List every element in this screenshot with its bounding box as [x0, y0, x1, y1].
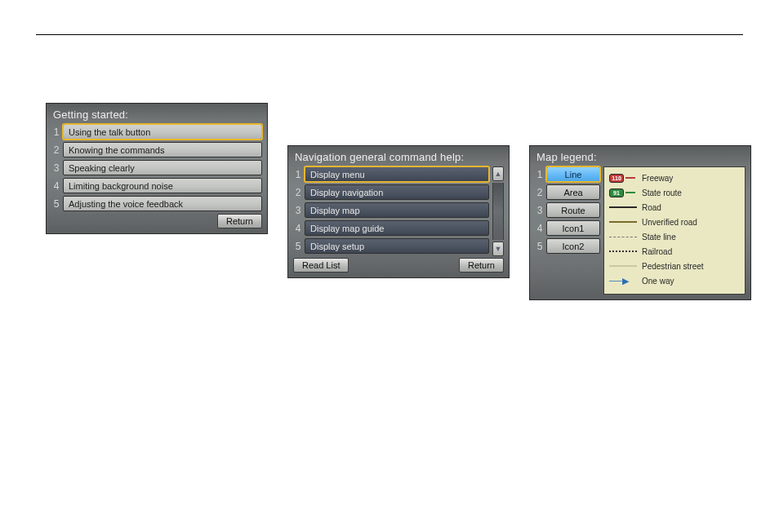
return-button[interactable]: Return: [459, 258, 504, 273]
panel-title: Getting started:: [51, 108, 262, 124]
item-label: Line: [546, 166, 600, 182]
legend-entry-stateroute: 91 State route: [609, 185, 740, 200]
top-rule: [36, 34, 743, 35]
item-label: Display setup: [305, 238, 489, 254]
item-number: 5: [51, 196, 63, 211]
legend-key: 110 Freeway 91 State route Road Unverifi…: [603, 166, 746, 295]
return-button[interactable]: Return: [217, 214, 262, 228]
list-item[interactable]: 5 Adjusting the voice feedback: [51, 196, 262, 211]
list-item[interactable]: 2 Knowing the commands: [51, 142, 262, 157]
column-3: Map legend: 1 Line 2 Area 3 Route: [519, 51, 761, 483]
legend-entry-stateline: State line: [609, 229, 740, 244]
item-number: 4: [51, 178, 63, 193]
item-number: 2: [51, 142, 63, 157]
item-label: Area: [546, 184, 600, 200]
legend-entry-unverified: Unverified road: [609, 215, 740, 229]
list-item[interactable]: 4 Display map guide: [293, 220, 489, 236]
legend-category[interactable]: 5 Icon2: [535, 238, 600, 254]
legend-label: Road: [642, 203, 661, 212]
item-number: 2: [293, 184, 305, 200]
list-item[interactable]: 2 Display navigation: [293, 184, 489, 200]
item-number: 3: [535, 202, 546, 218]
item-label: Speaking clearly: [63, 160, 262, 175]
item-label: Display navigation: [305, 184, 489, 200]
panel-title: Navigation general command help:: [293, 150, 504, 166]
item-label: Icon1: [546, 220, 600, 236]
legend-category[interactable]: 4 Icon1: [535, 220, 600, 236]
item-number: 1: [293, 166, 305, 182]
legend-label: State line: [642, 233, 676, 242]
legend-label: State route: [642, 188, 682, 197]
item-label: Icon2: [546, 238, 600, 254]
legend-label: Pedestrian street: [642, 262, 704, 271]
getting-started-panel: Getting started: 1 Using the talk button…: [46, 103, 268, 234]
map-legend-panel: Map legend: 1 Line 2 Area 3 Route: [529, 145, 751, 300]
legend-label: Freeway: [642, 174, 673, 183]
legend-category[interactable]: 3 Route: [535, 202, 600, 218]
item-label: Using the talk button: [63, 124, 262, 140]
item-number: 1: [535, 166, 546, 182]
list-item[interactable]: 1 Using the talk button: [51, 124, 262, 140]
item-number: 3: [293, 202, 305, 218]
scroll-up-button[interactable]: ▲: [492, 166, 504, 181]
item-label: Adjusting the voice feedback: [63, 196, 262, 211]
item-label: Knowing the commands: [63, 142, 262, 157]
nav-command-help-panel: Navigation general command help: 1 Displ…: [287, 145, 510, 278]
panel-title: Map legend:: [535, 150, 746, 166]
item-number: 4: [535, 220, 546, 236]
item-label: Display menu: [305, 166, 489, 182]
list-item[interactable]: 3 Display map: [293, 202, 489, 218]
item-number: 3: [51, 160, 63, 175]
list-item[interactable]: 1 Display menu: [293, 166, 489, 182]
item-label: Display map guide: [305, 220, 489, 236]
legend-label: Unverified road: [642, 218, 697, 227]
legend-entry-road: Road: [609, 200, 740, 215]
column-1: Getting started: 1 Using the talk button…: [36, 51, 278, 483]
freeway-shield-icon: 110: [609, 174, 624, 183]
column-2: Navigation general command help: 1 Displ…: [278, 51, 519, 483]
legend-category[interactable]: 1 Line: [535, 166, 600, 182]
scrollbar: ▲ ▼: [492, 166, 504, 256]
legend-label: Railroad: [642, 247, 672, 256]
list-item[interactable]: 3 Speaking clearly: [51, 160, 262, 175]
read-list-button[interactable]: Read List: [293, 258, 349, 273]
legend-category[interactable]: 2 Area: [535, 184, 600, 200]
legend-entry-railroad: Railroad: [609, 244, 740, 259]
scroll-track[interactable]: [492, 183, 504, 240]
item-label: Route: [546, 202, 600, 218]
legend-label: One way: [642, 277, 674, 286]
item-number: 4: [293, 220, 305, 236]
stateroute-shield-icon: 91: [609, 188, 624, 197]
item-label: Display map: [305, 202, 489, 218]
item-number: 5: [535, 238, 546, 254]
legend-entry-pedestrian: Pedestrian street: [609, 259, 740, 273]
legend-entry-oneway: ──▶ One way: [609, 273, 740, 288]
list-item[interactable]: 5 Display setup: [293, 238, 489, 254]
legend-entry-freeway: 110 Freeway: [609, 171, 740, 185]
item-number: 2: [535, 184, 546, 200]
scroll-down-button[interactable]: ▼: [492, 242, 504, 256]
list-item[interactable]: 4 Limiting background noise: [51, 178, 262, 193]
item-number: 1: [51, 124, 63, 140]
item-label: Limiting background noise: [63, 178, 262, 193]
page-columns: Getting started: 1 Using the talk button…: [36, 51, 743, 483]
item-number: 5: [293, 238, 305, 254]
